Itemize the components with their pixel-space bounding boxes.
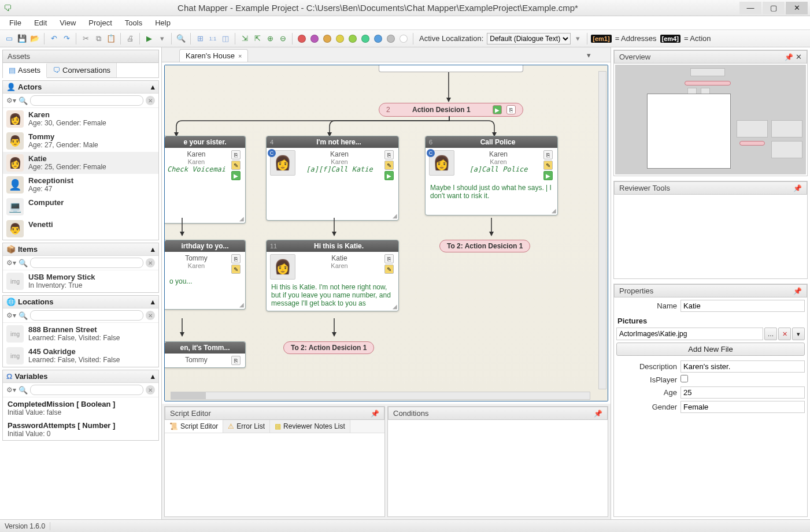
clear-icon[interactable]: ✕ bbox=[146, 258, 155, 267]
goto-node-2b[interactable]: To 2: Action Desicion 1 bbox=[283, 341, 374, 354]
horizontal-scrollbar[interactable] bbox=[171, 392, 590, 400]
picture-path-input[interactable] bbox=[616, 328, 763, 340]
cut-icon[interactable]: ✂ bbox=[80, 33, 91, 44]
actor-row-receptionist[interactable]: 👤ReceptionistAge: 47 bbox=[3, 174, 158, 196]
locations-header[interactable]: 🌐Locations▴ bbox=[3, 296, 158, 308]
collapse-icon[interactable]: ⇱ bbox=[251, 33, 263, 44]
menu-tools[interactable]: Tools bbox=[119, 17, 148, 28]
items-header[interactable]: 📦Items▴ bbox=[3, 243, 158, 256]
close-icon[interactable]: ✕ bbox=[796, 53, 802, 61]
menu-project[interactable]: Project bbox=[83, 17, 117, 28]
color-green[interactable] bbox=[347, 33, 358, 44]
variable-row-completed[interactable]: CompletedMission [ Boolean ]Initial Valu… bbox=[3, 397, 158, 419]
new-icon[interactable]: ▭ bbox=[3, 33, 15, 44]
color-blue[interactable] bbox=[372, 33, 384, 44]
gear-icon[interactable]: ⚙▾ bbox=[6, 386, 16, 394]
dialogue-node-4[interactable]: C 4I'm not here... 👩 KarenKaren[a][f]Cal… bbox=[266, 136, 399, 221]
maximize-button[interactable]: ▢ bbox=[763, 2, 785, 14]
color-none[interactable] bbox=[398, 33, 409, 44]
dialogue-node-10[interactable]: irthday to yo... TommyKaren ⎘✎ o you... … bbox=[165, 240, 246, 310]
add-new-file-button[interactable]: Add New File bbox=[616, 343, 805, 356]
menu-edit[interactable]: Edit bbox=[28, 17, 53, 28]
play-menu-icon[interactable]: ▾ bbox=[156, 33, 168, 44]
script-icon[interactable]: ✎ bbox=[231, 161, 241, 170]
menu-file[interactable]: File bbox=[3, 17, 27, 28]
goto-node-2a[interactable]: To 2: Action Desicion 1 bbox=[439, 240, 530, 252]
link-icon[interactable]: ⎘ bbox=[384, 150, 394, 159]
color-purple[interactable] bbox=[309, 33, 320, 44]
overview-minimap[interactable] bbox=[615, 65, 806, 174]
pin-icon[interactable]: 📌 bbox=[594, 410, 602, 418]
paste-icon[interactable]: 📋 bbox=[105, 33, 117, 44]
dialogue-node-11[interactable]: 11Hi this is Katie. 👩 KatieKaren ⎘✎ Hi t… bbox=[266, 240, 399, 311]
tab-error-list[interactable]: ⚠Error List bbox=[223, 420, 270, 433]
actor-row-karen[interactable]: 👩KarenAge: 30, Gender: Female bbox=[3, 108, 158, 130]
variables-search[interactable] bbox=[30, 385, 143, 395]
actors-header[interactable]: 👤Actors▴ bbox=[3, 81, 158, 94]
dialogue-node-6[interactable]: C 6Call Police 👩 KarenKaren[a]Call Polic… bbox=[425, 136, 558, 215]
open-icon[interactable]: 📂 bbox=[29, 33, 40, 44]
clear-icon[interactable]: ✕ bbox=[146, 385, 155, 395]
tab-conversations[interactable]: 🗨Conversations bbox=[47, 63, 117, 77]
zoom-fit-icon[interactable]: ⊞ bbox=[194, 33, 206, 44]
location-row-888[interactable]: img888 Brannen StreetLearned: False, Vis… bbox=[3, 323, 158, 345]
expand-all-icon[interactable]: ⊕ bbox=[264, 33, 276, 44]
play-icon[interactable]: ▶ bbox=[231, 171, 241, 180]
dialogue-canvas[interactable]: 2 Action Desicion 1 ▶ ⎘ e your sister. bbox=[164, 65, 608, 401]
tab-reviewer-notes[interactable]: ▩Reviewer Notes List bbox=[270, 420, 350, 433]
redo-icon[interactable]: ↷ bbox=[61, 33, 72, 44]
close-tab-icon[interactable]: × bbox=[238, 53, 242, 59]
variable-row-password[interactable]: PasswordAttempts [ Number ]Initial Value… bbox=[3, 419, 158, 440]
play-icon[interactable]: ▶ bbox=[493, 105, 502, 114]
tab-assets[interactable]: ▤Assets bbox=[3, 64, 47, 78]
print-icon[interactable]: 🖨 bbox=[124, 33, 136, 44]
tab-menu-icon[interactable]: ▾ bbox=[585, 49, 593, 62]
save-icon[interactable]: 💾 bbox=[16, 33, 28, 44]
menu-view[interactable]: View bbox=[54, 17, 82, 28]
undo-icon[interactable]: ↶ bbox=[48, 33, 60, 44]
link-icon[interactable]: ⎘ bbox=[506, 105, 516, 114]
find-icon[interactable]: 🔍 bbox=[175, 33, 187, 44]
dialogue-node-3[interactable]: e your sister. KarenKarenCheck Voicemai … bbox=[165, 136, 246, 224]
clear-icon[interactable]: ✕ bbox=[146, 311, 155, 320]
prop-isplayer-checkbox[interactable] bbox=[680, 375, 688, 382]
color-red[interactable] bbox=[296, 33, 308, 44]
clear-icon[interactable]: ✕ bbox=[146, 96, 155, 105]
prop-age-input[interactable] bbox=[680, 386, 805, 399]
vertical-scrollbar[interactable] bbox=[598, 71, 606, 389]
picture-menu-button[interactable]: ▾ bbox=[792, 328, 805, 340]
location-row-445[interactable]: img445 OakridgeLearned: False, Visited: … bbox=[3, 345, 158, 367]
actor-row-tommy[interactable]: 👨TommyAge: 27, Gender: Male bbox=[3, 130, 158, 152]
minimize-button[interactable]: — bbox=[739, 2, 761, 14]
zoom-11-icon[interactable]: 1:1 bbox=[207, 33, 219, 44]
play-icon[interactable]: ▶ bbox=[143, 33, 155, 44]
dialogue-node-12[interactable]: en, it's Tomm... Tommy ⎘ bbox=[165, 341, 246, 368]
pin-icon[interactable]: 📌 bbox=[793, 184, 802, 192]
gear-icon[interactable]: ⚙▾ bbox=[6, 259, 16, 267]
actors-search[interactable] bbox=[30, 95, 143, 106]
zoom-sel-icon[interactable]: ◫ bbox=[220, 33, 231, 44]
close-button[interactable]: ✕ bbox=[786, 2, 808, 14]
color-teal[interactable] bbox=[360, 33, 371, 44]
doc-tab-karens-house[interactable]: Karen's House× bbox=[179, 49, 248, 62]
actor-row-venetti[interactable]: 👨Venetti bbox=[3, 218, 158, 240]
color-orange[interactable] bbox=[321, 33, 333, 44]
prop-description-input[interactable] bbox=[680, 360, 805, 373]
color-yellow[interactable] bbox=[334, 33, 346, 44]
locations-search[interactable] bbox=[30, 310, 143, 321]
delete-picture-button[interactable]: ✕ bbox=[778, 328, 791, 340]
color-gray[interactable] bbox=[385, 33, 397, 44]
variables-header[interactable]: ΩVariables▴ bbox=[3, 370, 158, 383]
prop-name-input[interactable] bbox=[680, 300, 805, 312]
link-icon[interactable]: ⎘ bbox=[231, 150, 241, 159]
browse-button[interactable]: … bbox=[764, 328, 777, 340]
localization-menu-icon[interactable]: ▾ bbox=[572, 33, 583, 44]
expand-icon[interactable]: ⇲ bbox=[239, 33, 250, 44]
gear-icon[interactable]: ⚙▾ bbox=[6, 311, 16, 319]
tab-script-editor[interactable]: 📜Script Editor bbox=[165, 420, 223, 433]
pin-icon[interactable]: 📌 bbox=[371, 410, 379, 418]
collapse-all-icon[interactable]: ⊖ bbox=[277, 33, 289, 44]
items-search[interactable] bbox=[30, 258, 143, 268]
pin-icon[interactable]: 📌 bbox=[785, 53, 793, 61]
localization-select[interactable]: Default (Dialogue Text) bbox=[487, 33, 571, 44]
